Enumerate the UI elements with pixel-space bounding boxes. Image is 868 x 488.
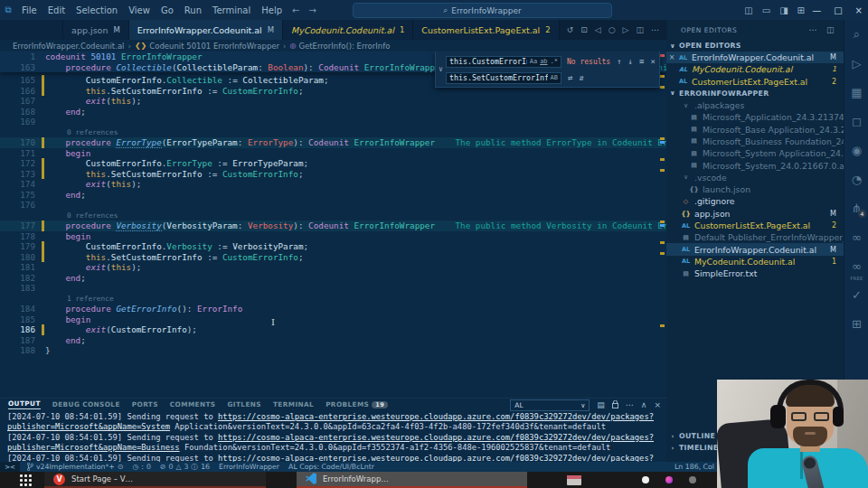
code-line-177[interactable]: 177 procedure Verbosity(VerbosityParam: … [0, 221, 666, 231]
sidebar-split-icon[interactable]: ◫ [826, 25, 835, 34]
sidebar-more-icon[interactable]: ⋯ [808, 25, 817, 34]
problems-item[interactable]: ⊘ 0 △ 3 ⓘ 16 [160, 462, 210, 472]
file-Default Publisher_ErrorInfoWrapper_[interactable]: ▤Default Publisher_ErrorInfoWrapper_ [666, 231, 844, 243]
code-line-172[interactable]: 172 CustomErrorInfo.ErrorType := ErrorTy… [0, 158, 666, 169]
code-line-187[interactable]: 187 end; [0, 335, 666, 346]
code-line-174[interactable]: 174 exit(this); [0, 179, 666, 190]
tab-CustomerListExt.PageExt.al[interactable]: CustomerListExt.PageExt.al2 [413, 20, 559, 40]
menu-terminal[interactable]: Terminal [207, 5, 256, 15]
code-line-170[interactable]: 170 procedure ErrorType(ErrorTypeParam: … [0, 137, 666, 148]
breadcrumb[interactable]: ErrorInfoWrapper.Codeunit.al›❮❯Codeunit … [0, 40, 666, 52]
panel-tab-debug-console[interactable]: DEBUG CONSOLE [52, 400, 120, 409]
approve-icon[interactable]: ✓ [844, 280, 868, 309]
github-icon[interactable]: ◉ [844, 136, 868, 164]
taskbar-vscode[interactable]: ErrorInfoWrapp… [297, 472, 527, 488]
file-.alpackages[interactable]: ∨.alpackages [666, 99, 844, 111]
code-line-178[interactable]: 178 begin [0, 231, 666, 242]
file-launch.json[interactable]: {}launch.json [666, 183, 844, 195]
find-in-selection-icon[interactable]: ≡ [639, 57, 644, 66]
minimize-icon[interactable]: — [812, 5, 821, 15]
select-region-icon[interactable]: ⊡ [580, 25, 588, 34]
step-back-icon[interactable]: ◁ [595, 25, 601, 34]
code-line-186[interactable]: 186 exit(CustomErrorInfo); [0, 324, 666, 335]
timeline-icon[interactable]: ↺ [567, 25, 574, 34]
open-editor-CustomerListExt.PageExt.al[interactable]: ALCustomerListExt.PageExt.al2 [666, 76, 844, 88]
replace-icon[interactable]: ⇄ [568, 73, 572, 82]
sync-item[interactable]: ◷: 0 [132, 463, 150, 471]
taskbar-vivaldi[interactable]: VStart Page – V… [44, 472, 266, 488]
codelens-references[interactable]: 0 references [0, 127, 666, 138]
search-icon[interactable]: ⌕ [844, 20, 868, 49]
file-.gitignore[interactable]: ◇.gitignore [666, 195, 844, 207]
panel-tab-terminal[interactable]: TERMINAL [273, 400, 314, 409]
open-editors-header[interactable]: ∨ OPEN EDITORS [666, 40, 844, 52]
panel-tab-ports[interactable]: PORTS [132, 400, 158, 409]
code-line-185[interactable]: 185 begin [0, 314, 666, 325]
panel-tab-comments[interactable]: COMMENTS [170, 400, 216, 409]
toggle-panel-icon[interactable]: ▭ [762, 5, 770, 15]
code-line-183[interactable]: 183 [0, 283, 666, 294]
file-SimpleError.txt[interactable]: ▤SimpleError.txt [666, 267, 844, 279]
breadcrumb-item[interactable]: GetErrorInfo(): ErrorInfo [298, 42, 390, 51]
close-find-icon[interactable]: × [650, 57, 655, 66]
panel-tab-problems[interactable]: PROBLEMS19 [326, 400, 388, 409]
menu-selection[interactable]: Selection [71, 5, 123, 15]
more-icon[interactable]: ⋯ [626, 400, 634, 410]
menu-view[interactable]: View [123, 5, 156, 15]
code-line-181[interactable]: 181 exit(this); [0, 262, 666, 273]
code-line-167[interactable]: 167 exit(this); [0, 96, 666, 107]
close-panel-icon[interactable]: × [654, 400, 661, 410]
file-Microsoft_System Application_24.3_[interactable]: ▤Microsoft_System Application_24.3_ [666, 147, 844, 159]
overview-ruler[interactable] [659, 52, 666, 398]
split-editor-icon[interactable]: ◫ [636, 25, 644, 34]
chat-icon[interactable]: ◻ [844, 107, 868, 136]
menu-run[interactable]: Run [179, 5, 207, 15]
code-line-168[interactable]: 168 end; [0, 107, 666, 117]
al-cops-item[interactable]: AL Cops: Code/UI/BcLntr [288, 463, 374, 471]
output-log[interactable]: [2024-07-10 08:54:01.59] Sending request… [0, 410, 666, 463]
maximize-panel-icon[interactable]: ∧ [641, 400, 647, 410]
output-link[interactable]: https://cosmo-alpaca-enterprise.westeuro… [218, 433, 654, 442]
toggle-secondary-sidebar-icon[interactable]: ◨ [779, 5, 788, 15]
breadcrumb-item[interactable]: ErrorInfoWrapper.Codeunit.al [13, 42, 124, 51]
whole-word-icon[interactable]: ab [540, 58, 547, 65]
taskbar-files[interactable] [558, 472, 590, 488]
menu-edit[interactable]: Edit [42, 5, 71, 15]
regex-icon[interactable]: .* [551, 58, 558, 65]
extensions-icon[interactable]: ▦ [844, 78, 868, 107]
code-line-179[interactable]: 179 CustomErrorInfo.Verbosity := Verbosi… [0, 241, 666, 252]
code-line-180[interactable]: 180 this.SetCustomErrorInfo := CustomErr… [0, 252, 666, 263]
open-editor-ErrorInfoWrapper.Codeunit.al[interactable]: ×ALErrorInfoWrapper.Codeunit.alM [666, 52, 844, 63]
nav-back-icon[interactable]: ← [288, 5, 304, 15]
output-link[interactable]: publisher=Microsoft&appName=Business [7, 443, 180, 452]
tab-app.json[interactable]: app.jsonM [63, 20, 129, 40]
menu-help[interactable]: Help [256, 5, 288, 15]
tab-MyCodeunit.Codeunit.al[interactable]: MyCodeunit.Codeunit.al1 [283, 20, 413, 40]
code-editor[interactable]: 165 CustomErrorInfo.Collectible := Colle… [0, 52, 666, 398]
tab-ErrorInfoWrapper.Codeunit.al[interactable]: ErrorInfoWrapper.Codeunit.alM [129, 20, 283, 40]
record-icon[interactable]: ○ [609, 25, 616, 34]
output-views-icon[interactable]: ▤ [597, 400, 605, 410]
panel-tab-output[interactable]: OUTPUT [8, 399, 41, 409]
code-line-169[interactable]: 169 [0, 117, 666, 127]
code-line-175[interactable]: 175 end; [0, 190, 666, 201]
app-launcher-icon[interactable] [20, 474, 32, 486]
file-CustomerListExt.PageExt.al[interactable]: ALCustomerListExt.PageExt.al2 [666, 220, 844, 231]
file-MyCodeunit.Codeunit.al[interactable]: ALMyCodeunit.Codeunit.al1 [666, 256, 844, 267]
file-Microsoft_Business Foundation_24._[interactable]: ▤Microsoft_Business Foundation_24._ [666, 136, 844, 147]
file-Microsoft_Base Application_24.3.2_[interactable]: ▤Microsoft_Base Application_24.3.2_ [666, 123, 844, 135]
maximize-icon[interactable]: □ [834, 5, 842, 15]
graph-icon[interactable]: ⋔4 [844, 193, 868, 222]
find-input[interactable]: this.CustomErrorIn Aa ab .* [446, 56, 561, 68]
customize-layout-icon[interactable]: ⊞ [797, 5, 805, 15]
toggle-sidebar-icon[interactable]: ◫ [744, 5, 752, 15]
layout-icon[interactable]: ⊞ [844, 309, 868, 338]
azure-pipelines-icon[interactable]: ∞ [844, 222, 868, 251]
remote-indicator[interactable]: >< [0, 462, 20, 472]
run-icon[interactable]: ▷ [623, 25, 629, 34]
output-channel-select[interactable]: AL ∨ [510, 399, 590, 411]
codelens-references[interactable]: 1 reference [0, 294, 666, 305]
find-prev-icon[interactable]: ↑ [617, 57, 621, 66]
code-line-173[interactable]: 173 this.SetCustomErrorInfo := CustomErr… [0, 169, 666, 180]
clock-icon[interactable]: ◔ [844, 164, 868, 193]
